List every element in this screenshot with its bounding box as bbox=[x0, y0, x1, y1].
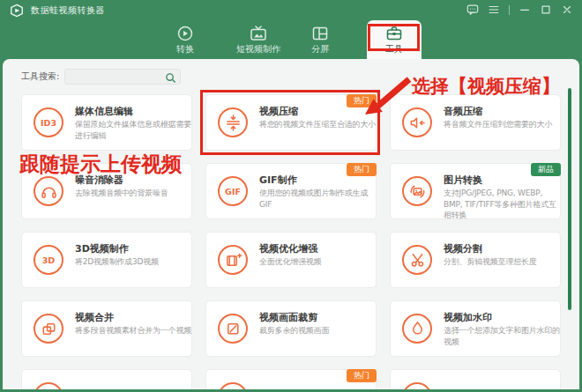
tool-card-desc: 将2D视频制作成3D视频 bbox=[75, 256, 191, 268]
crop-icon bbox=[218, 314, 248, 344]
tool-card-1[interactable]: ID3 媒体信息编辑 保留原始文件媒体信息或根据需要进行编辑 bbox=[21, 94, 192, 151]
tool-card-title: 图片转换 bbox=[444, 174, 482, 187]
tool-card-badge: 热门 bbox=[347, 369, 377, 382]
tab-label: 短视频制作 bbox=[236, 43, 280, 55]
tool-card-3[interactable]: 音频压缩 将音频文件压缩到您需要的大小 bbox=[390, 94, 561, 151]
titlebar: 数据蛙视频转换器 bbox=[0, 0, 582, 21]
tool-card-title: 视频压缩 bbox=[259, 105, 298, 118]
maximize-icon[interactable] bbox=[540, 4, 552, 16]
tab-short-video[interactable]: 短视频制作 bbox=[219, 20, 298, 59]
3d-text-icon: 3D bbox=[34, 245, 63, 275]
convert-icon bbox=[176, 25, 194, 42]
search-input[interactable] bbox=[69, 70, 164, 84]
tool-card-desc: 全面优化增强视频 bbox=[259, 256, 376, 268]
tool-card-title: 媒体信息编辑 bbox=[75, 105, 133, 118]
tool-card-9[interactable]: 视频分割 分割、剪辑视频至理想长度 bbox=[390, 232, 561, 288]
tool-card-title: 视频合并 bbox=[75, 311, 114, 324]
tab-convert[interactable]: 转换 bbox=[158, 20, 213, 59]
tool-card-partial-1[interactable] bbox=[21, 369, 192, 389]
tool-icon bbox=[402, 382, 432, 389]
split-screen-icon bbox=[311, 25, 329, 42]
tool-card-title: 视频分割 bbox=[444, 242, 482, 255]
tab-tools[interactable]: 工具 bbox=[367, 20, 422, 59]
search-icon[interactable] bbox=[165, 70, 176, 82]
tool-card-title: GIF制作 bbox=[259, 174, 297, 187]
tab-label: 工具 bbox=[385, 43, 403, 55]
audio-compress-icon bbox=[402, 107, 432, 137]
scrollbar-thumb[interactable] bbox=[568, 88, 571, 310]
tool-card-title: 视频画面裁剪 bbox=[259, 311, 317, 324]
app-logo-icon bbox=[10, 4, 24, 18]
tool-card-desc: 裁剪多余的视频画面 bbox=[259, 325, 376, 337]
tool-icon bbox=[218, 382, 248, 389]
tool-card-12[interactable]: 视频加水印 选择一个想添加文字和图片水印的视频 bbox=[390, 300, 561, 357]
search-label: 工具搜索: bbox=[21, 70, 59, 83]
tool-card-badge: 热门 bbox=[347, 94, 377, 107]
tool-card-badge: 新品 bbox=[531, 163, 561, 176]
compress-icon bbox=[218, 107, 248, 137]
tool-card-desc: 使用您的视频或图片制作或生成GIF bbox=[259, 188, 376, 210]
content-panel: 工具搜索: ID3 媒体信息编辑 保留原始文件媒体信息或根据需要进行编辑 视频压… bbox=[3, 59, 579, 389]
tool-card-desc: 将音频文件压缩到您需要的大小 bbox=[444, 119, 560, 130]
window-controls bbox=[466, 0, 573, 19]
tab-split-screen[interactable]: 分屏 bbox=[293, 20, 347, 59]
hamburger-icon[interactable] bbox=[488, 4, 500, 16]
tool-card-desc: 支持JPG/JPEG, PNG, WEBP, BMP, TIF/TIFF等多种图… bbox=[444, 188, 560, 221]
tool-card-desc: 分割、剪辑视频至理想长度 bbox=[444, 256, 560, 268]
tool-icon bbox=[34, 382, 63, 389]
short-video-icon bbox=[250, 25, 267, 42]
tool-card-10[interactable]: 视频合并 将多段音视频素材合并为一个视频 bbox=[21, 300, 192, 357]
titlebar-separator bbox=[509, 5, 510, 15]
search-row: 工具搜索: bbox=[21, 69, 181, 84]
merge-icon bbox=[34, 314, 63, 344]
tool-card-5[interactable]: GIF GIF制作 使用您的视频或图片制作或生成GIF 热门 bbox=[205, 163, 377, 219]
tool-card-11[interactable]: 视频画面裁剪 裁剪多余的视频画面 bbox=[205, 300, 377, 357]
tool-card-4[interactable]: 噪音消除器 去除视频音频中的背景噪音 bbox=[21, 163, 192, 219]
search-box bbox=[64, 69, 181, 85]
tool-card-title: 3D视频制作 bbox=[75, 242, 129, 255]
tool-card-6[interactable]: 图片转换 支持JPG/JPEG, PNG, WEBP, BMP, TIF/TIF… bbox=[390, 163, 561, 219]
tools-icon bbox=[385, 25, 403, 42]
enhance-icon bbox=[218, 245, 248, 275]
tool-card-partial-3[interactable] bbox=[390, 369, 561, 389]
tool-card-title: 视频加水印 bbox=[444, 311, 492, 324]
tool-card-title: 噪音消除器 bbox=[75, 174, 123, 187]
tool-card-8[interactable]: 视频优化增强 全面优化增强视频 bbox=[205, 232, 377, 288]
tool-card-partial-2[interactable]: 热门 bbox=[205, 369, 377, 389]
app-title: 数据蛙视频转换器 bbox=[31, 4, 105, 17]
app-window: 数据蛙视频转换器 转换 短视频制作 分屏 工具 工具搜索: bbox=[0, 0, 582, 392]
tool-card-badge: 热门 bbox=[347, 163, 377, 176]
image-convert-icon bbox=[402, 176, 432, 206]
tool-card-7[interactable]: 3D 3D视频制作 将2D视频制作成3D视频 bbox=[21, 232, 192, 288]
tool-card-desc: 将多段音视频素材合并为一个视频 bbox=[75, 325, 191, 337]
tools-grid: ID3 媒体信息编辑 保留原始文件媒体信息或根据需要进行编辑 视频压缩 将您的视… bbox=[21, 94, 561, 389]
tool-card-title: 视频优化增强 bbox=[259, 242, 317, 255]
tool-card-desc: 选择一个想添加文字和图片水印的视频 bbox=[444, 325, 560, 347]
tool-card-title: 音频压缩 bbox=[444, 105, 482, 118]
tabbar: 转换 短视频制作 分屏 工具 bbox=[0, 19, 582, 59]
tool-card-desc: 去除视频音频中的背景噪音 bbox=[75, 188, 191, 199]
gif-text-icon: GIF bbox=[218, 176, 248, 206]
id3-text-icon: ID3 bbox=[34, 107, 63, 137]
tab-label: 分屏 bbox=[311, 43, 329, 55]
minimize-icon[interactable] bbox=[519, 4, 531, 16]
tool-card-2[interactable]: 视频压缩 将您的视频文件压缩至合适的大小 热门 bbox=[205, 94, 377, 151]
tool-card-desc: 保留原始文件媒体信息或根据需要进行编辑 bbox=[75, 119, 191, 141]
tool-card-desc: 将您的视频文件压缩至合适的大小 bbox=[259, 119, 376, 130]
scissors-icon bbox=[402, 245, 432, 275]
headphones-icon bbox=[34, 176, 63, 206]
water-drop-icon bbox=[402, 314, 432, 344]
chat-bubble-icon[interactable] bbox=[466, 4, 479, 16]
close-icon[interactable] bbox=[561, 4, 573, 16]
tab-label: 转换 bbox=[176, 43, 194, 55]
